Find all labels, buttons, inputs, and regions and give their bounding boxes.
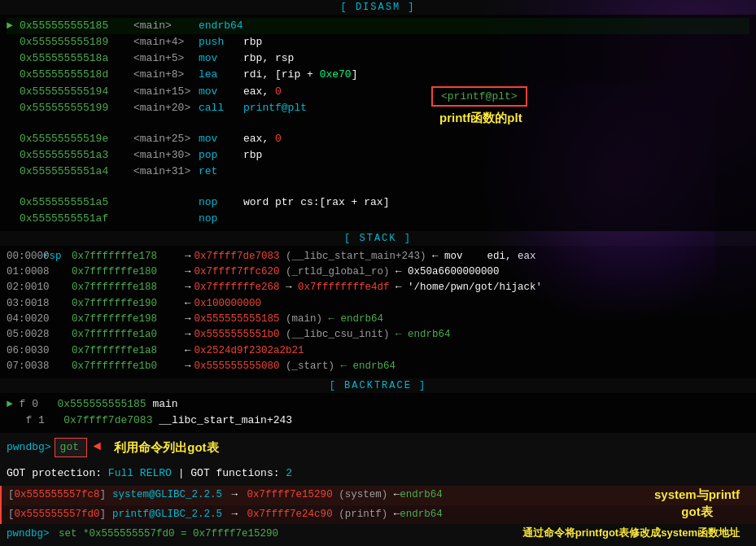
got-protection-text: GOT protection: Full RELRO | GOT functio… <box>7 467 292 479</box>
asm-line-6: 0x555555555199 <main+20> call printf@plt <box>7 100 749 116</box>
stack-line-3: 03:0018 0x7fffffffe190 ← 0x100000000 <box>7 296 749 312</box>
asm-offset-1: <main> <box>133 18 199 34</box>
asm-arrow-1: ► <box>7 18 20 34</box>
system-printf-annotation: system与printf got表 <box>654 486 740 520</box>
asm-line-10: 0x5555555551a5 nop word ptr cs:[rax + ra… <box>7 194 749 211</box>
cmd-section: pwndbg> got ◄ 利用命令列出got表 <box>0 433 756 461</box>
got-info: GOT protection: Full RELRO | GOT functio… <box>0 461 756 486</box>
printf-annotation-text: printf函数的plt <box>439 111 522 124</box>
set-cmd: pwndbg> set *0x555555557fd0 = 0x7ffff7e1… <box>0 524 756 544</box>
asm-addr-1: 0x555555555185 <box>20 18 133 34</box>
stack-line-7: 07:0038 0x7fffffffe1b0 → 0x555555555080 … <box>7 359 749 374</box>
stack-line-2: 02:0010 0x7fffffffe188 → 0x7fffffffe268 … <box>7 280 749 295</box>
set-prompt: pwndbg> <box>7 528 50 539</box>
asm-line-5: 0x555555555194 <main+15> mov eax, 0 <box>7 84 749 100</box>
cmd-line: pwndbg> got ◄ 利用命令列出got表 <box>7 436 749 458</box>
got-functions-val: 2 <box>286 467 292 479</box>
stack-line-4: 04:0020 0x7fffffffe198 → 0x555555555185 … <box>7 312 749 327</box>
asm-line-8: 0x5555555551a3 <main+30> pop rbp <box>7 147 749 164</box>
main-container: [ DISASM ] ► 0x555555555185 <main> endrb… <box>0 0 756 546</box>
stack-header: [ STACK ] <box>0 231 756 246</box>
got-entries-wrapper: [ 0x555555557fc8 ] system@GLIBC_2.2.5 → … <box>0 486 756 524</box>
got-protection-label: GOT protection: <box>7 467 102 479</box>
disasm-section: ► 0x555555555185 <main> endrb64 0x555555… <box>0 15 756 231</box>
asm-line-2: 0x555555555189 <main+4> push rbp <box>7 34 749 50</box>
cmd-arrow-red: ◄ <box>94 436 102 458</box>
got-annotation: 利用命令列出got表 <box>114 437 218 458</box>
set-cmd-text: set *0x555555557fd0 = 0x7ffff7e15290 <box>59 528 278 539</box>
got-entry-printf: [ 0x555555557fd0 ] printf@GLIBC_2.2.5 → … <box>0 505 756 524</box>
backtrace-section: ► f 0 0x555555555185 main f 1 0x7ffff7de… <box>0 393 756 434</box>
got-functions-label: GOT functions: <box>190 467 279 479</box>
got-entry-system: [ 0x555555557fc8 ] system@GLIBC_2.2.5 → … <box>0 486 756 505</box>
asm-line-11: 0x5555555551af nop <box>7 211 749 227</box>
asm-mnemonic-1: endrb64 <box>199 18 243 34</box>
disasm-header: [ DISASM ] <box>0 0 756 15</box>
asm-line-4: 0x55555555518d <main+8> lea rdi, [rip + … <box>7 67 749 83</box>
asm-line-1: ► 0x555555555185 <main> endrb64 <box>7 18 749 34</box>
asm-line-3: 0x55555555518a <main+5> mov rbp, rsp <box>7 50 749 67</box>
backtrace-line-1: f 1 0x7ffff7de7083 __libc_start_main+243 <box>7 413 749 430</box>
got-protection-val: Full RELRO <box>108 467 172 479</box>
printf-plt-label: <printf@plt> <box>441 90 518 103</box>
stack-section: 00:0000 rsp 0x7fffffffe178 → 0x7ffff7de7… <box>0 246 756 378</box>
cmd-input[interactable]: got <box>55 438 87 457</box>
set-annotation: 通过命令将printfgot表修改成system函数地址 <box>522 526 740 540</box>
stack-line-6: 06:0030 0x7fffffffe1a8 ← 0x2524d9f2302a2… <box>7 343 749 359</box>
backtrace-line-0: ► f 0 0x555555555185 main <box>7 396 749 413</box>
asm-line-9: 0x5555555551a4 <main+31> ret <box>7 164 749 180</box>
asm-line-7: 0x55555555519e <main+25> mov eax, 0 <box>7 131 749 147</box>
stack-line-5: 05:0028 0x7fffffffe1a0 → 0x5555555551b0 … <box>7 327 749 343</box>
backtrace-header: [ BACKTRACE ] <box>0 378 756 393</box>
printf-annotation: printf函数的plt <box>439 111 522 126</box>
cmd-prompt: pwndbg> <box>7 439 51 456</box>
stack-line-1: 01:0008 0x7fffffffe180 → 0x7ffff7ffc620 … <box>7 264 749 280</box>
stack-line-0: 00:0000 rsp 0x7fffffffe178 → 0x7ffff7de7… <box>7 249 749 264</box>
printf-plt-box: <printf@plt> <box>431 86 527 107</box>
